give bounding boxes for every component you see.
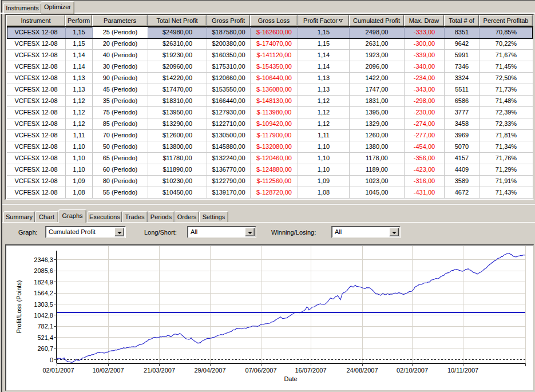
svg-text:10/02/2007: 10/02/2007 [92,367,124,374]
svg-text:10/11/2007: 10/11/2007 [447,367,478,374]
svg-text:0: 0 [50,357,53,363]
svg-text:260,7: 260,7 [37,345,53,352]
svg-text:24/08/2007: 24/08/2007 [346,367,378,374]
svg-text:1042,8: 1042,8 [34,312,53,319]
svg-text:1303,5: 1303,5 [34,301,53,308]
svg-text:1824,9: 1824,9 [34,279,53,286]
svg-text:02/10/2007: 02/10/2007 [397,367,428,374]
svg-text:21/03/2007: 21/03/2007 [144,367,175,374]
svg-text:2346,3: 2346,3 [34,256,53,263]
svg-text:Profit/Loss (Points): Profit/Loss (Points) [15,280,22,334]
svg-text:Date: Date [284,375,297,382]
svg-text:07/06/2007: 07/06/2007 [245,367,276,374]
svg-text:782,1: 782,1 [37,323,53,330]
svg-text:02/01/2007: 02/01/2007 [42,367,74,374]
svg-text:16/07/2007: 16/07/2007 [295,367,326,374]
svg-text:2085,6: 2085,6 [34,267,53,274]
svg-text:1564,2: 1564,2 [34,290,53,296]
svg-text:29/04/2007: 29/04/2007 [194,367,225,374]
svg-text:521,4: 521,4 [37,334,53,341]
